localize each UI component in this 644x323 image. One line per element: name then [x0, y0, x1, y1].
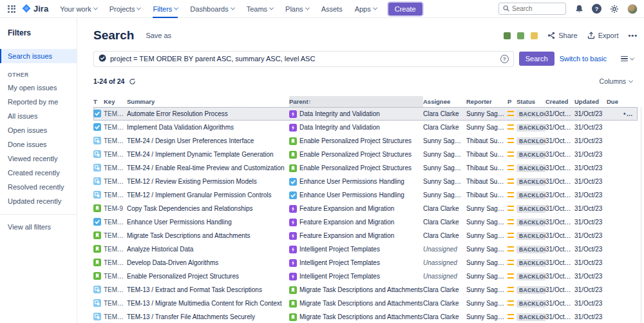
create-button[interactable]: Create [388, 3, 422, 15]
column-header-assignee[interactable]: Assignee [423, 98, 466, 105]
issue-summary[interactable]: TEM-13 / Transfer File Attachments Secur… [127, 313, 289, 320]
nav-item-dashboards[interactable]: Dashboards [190, 0, 234, 18]
table-row[interactable]: TEM-10Automate Error Resolution ProcessD… [93, 107, 638, 121]
issue-summary[interactable]: TEM-12 / Implement Granular Permission C… [127, 191, 289, 199]
sidebar-item-reported-by-me[interactable]: Reported by me [0, 95, 77, 109]
table-row[interactable]: TEM-25TEM-24 / Design User Preferences I… [93, 134, 638, 148]
issue-summary[interactable]: TEM-24 / Implement Dynamic Template Gene… [127, 151, 289, 158]
table-row[interactable]: TEM-14TEM-13 / Extract and Format Task D… [93, 283, 638, 297]
issue-parent[interactable]: Enable Personalized Project Structures [289, 151, 423, 159]
refresh-icon[interactable] [129, 78, 136, 85]
help-icon[interactable]: ? [592, 4, 601, 14]
table-row[interactable]: TEM-23Develop Data-Driven AlgorithmsInte… [93, 256, 638, 269]
issue-parent[interactable]: Data Integrity and Validation [289, 124, 423, 132]
table-row[interactable]: TEM-9Copy Task Dependencies and Relation… [93, 202, 638, 215]
issue-parent[interactable]: Feature Expansion and Migration [289, 232, 423, 240]
table-row[interactable]: TEM-13Migrate Task Descriptions and Atta… [93, 229, 638, 242]
column-header-key[interactable]: Key [104, 98, 127, 105]
issue-key[interactable]: TEM-12 [104, 219, 127, 226]
issue-summary[interactable]: TEM-13 / Extract and Format Task Descrip… [127, 286, 289, 293]
issue-key[interactable]: TEM-25 [104, 137, 127, 144]
addon-icon-3[interactable] [531, 32, 538, 39]
issue-parent[interactable]: Enable Personalized Project Structures [289, 137, 423, 145]
column-header-t[interactable]: T [93, 98, 104, 105]
sidebar-item-my-open-issues[interactable]: My open issues [0, 81, 77, 95]
table-row[interactable]: TEM-29TEM-12 / Implement Granular Permis… [93, 188, 638, 202]
issue-parent[interactable]: Intelligent Project Templates [289, 259, 423, 267]
issue-key[interactable]: TEM-10 [104, 110, 127, 117]
issue-parent[interactable]: Migrate Task Descriptions and Attachment… [289, 313, 423, 321]
export-button[interactable]: Export [587, 32, 619, 39]
list-view-options-button[interactable] [621, 56, 634, 62]
issue-key[interactable]: TEM-13 [104, 232, 127, 239]
addon-icon-1[interactable] [504, 32, 511, 39]
issue-parent[interactable]: Enhance User Permissions Handling [289, 178, 423, 186]
nav-item-your-work[interactable]: Your work [60, 0, 97, 18]
sidebar-item-updated-recently[interactable]: Updated recently [0, 194, 77, 208]
column-header-due[interactable]: Due [607, 98, 623, 105]
column-header-summary[interactable]: Summary [127, 98, 289, 105]
nav-item-apps[interactable]: Apps [355, 0, 377, 18]
issue-key[interactable]: TEM-24 [104, 273, 127, 280]
sidebar-item-search-issues[interactable]: Search issues [0, 49, 77, 63]
issue-summary[interactable]: TEM-13 / Migrate Multimedia Content for … [127, 300, 289, 307]
issue-parent[interactable]: Intelligent Project Templates [289, 273, 423, 280]
issue-key[interactable]: TEM-15 [104, 300, 127, 307]
app-switcher-icon[interactable] [8, 5, 15, 13]
issue-summary[interactable]: TEM-12 / Review Existing Permission Mode… [127, 178, 289, 185]
issue-parent[interactable]: Enable Personalized Project Structures [289, 164, 423, 172]
nav-item-projects[interactable]: Projects [109, 0, 141, 18]
issue-key[interactable]: TEM-14 [104, 286, 127, 293]
issue-key[interactable]: TEM-9 [104, 205, 127, 212]
issue-key[interactable]: TEM-11 [104, 124, 127, 131]
issue-parent[interactable]: Migrate Task Descriptions and Attachment… [289, 300, 423, 308]
user-avatar[interactable] [627, 4, 638, 14]
sidebar-item-open-issues[interactable]: Open issues [0, 123, 77, 137]
sidebar-item-view-all-filters[interactable]: View all filters [0, 220, 77, 234]
sidebar-item-resolved-recently[interactable]: Resolved recently [0, 180, 77, 194]
column-header-created[interactable]: Created [545, 98, 574, 105]
issue-summary[interactable]: TEM-24 / Design User Preferences Interfa… [127, 137, 289, 144]
table-row[interactable]: TEM-28TEM-12 / Review Existing Permissio… [93, 175, 638, 188]
nav-item-assets[interactable]: Assets [321, 0, 343, 18]
column-header-p[interactable]: P [507, 98, 516, 105]
table-row[interactable]: TEM-12Enhance User Permissions HandlingF… [93, 215, 638, 229]
issue-parent[interactable]: Feature Expansion and Migration [289, 219, 423, 226]
global-search-input[interactable] [512, 5, 557, 12]
issue-parent[interactable]: Enhance User Permissions Handling [289, 191, 423, 199]
sidebar-item-done-issues[interactable]: Done issues [0, 137, 77, 152]
issue-parent[interactable]: Data Integrity and Validation [289, 110, 423, 118]
issue-key[interactable]: TEM-27 [104, 164, 127, 171]
sidebar-item-all-issues[interactable]: All issues [0, 109, 77, 123]
issue-key[interactable]: TEM-26 [104, 151, 127, 158]
scrollbar-track[interactable] [641, 107, 641, 323]
issue-summary[interactable]: Implement Data Validation Algorithms [127, 124, 289, 131]
table-row[interactable]: TEM-24Enable Personalized Project Struct… [93, 269, 638, 283]
settings-gear-icon[interactable] [609, 3, 620, 15]
issue-summary[interactable]: Automate Error Resolution Process [127, 110, 289, 117]
issue-key[interactable]: TEM-28 [104, 178, 127, 185]
row-more-actions-button[interactable]: ••• [623, 110, 638, 117]
addon-icon-2[interactable] [517, 32, 524, 39]
table-row[interactable]: TEM-11Implement Data Validation Algorith… [93, 121, 638, 134]
nav-item-plans[interactable]: Plans [285, 0, 309, 18]
issue-summary[interactable]: TEM-24 / Enable Real-time Preview and Cu… [127, 164, 289, 171]
notifications-icon[interactable] [573, 3, 585, 15]
search-button[interactable]: Search [519, 52, 554, 66]
column-header-updated[interactable]: Updated [574, 98, 607, 105]
global-search[interactable] [498, 3, 566, 15]
table-row[interactable]: TEM-26TEM-24 / Implement Dynamic Templat… [93, 148, 638, 161]
issue-summary[interactable]: Enable Personalized Project Structures [127, 273, 289, 280]
sidebar-item-created-recently[interactable]: Created recently [0, 166, 77, 180]
issue-parent[interactable]: Intelligent Project Templates [289, 246, 423, 253]
table-row[interactable]: TEM-27TEM-24 / Enable Real-time Preview … [93, 161, 638, 175]
share-button[interactable]: Share [547, 32, 577, 39]
issue-summary[interactable]: Develop Data-Driven Algorithms [127, 259, 289, 266]
issue-summary[interactable]: Enhance User Permissions Handling [127, 219, 289, 226]
more-actions-button[interactable]: ••• [628, 32, 638, 39]
jira-logo[interactable]: Jira [22, 4, 48, 14]
nav-item-filters[interactable]: Filters [153, 0, 178, 18]
issue-key[interactable]: TEM-23 [104, 259, 127, 266]
issue-summary[interactable]: Migrate Task Descriptions and Attachment… [127, 232, 289, 239]
column-header-reporter[interactable]: Reporter [466, 98, 507, 105]
